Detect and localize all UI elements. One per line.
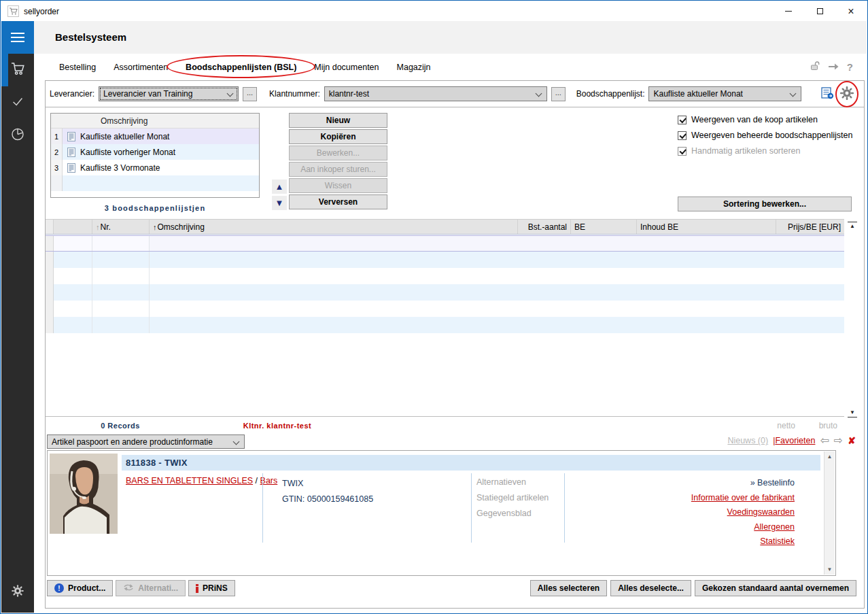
move-down-button[interactable]: ▼ (272, 196, 287, 210)
next-arrow-icon[interactable]: ⇨ (834, 435, 843, 446)
checkbox-weergeven-beheerde-lijsten[interactable]: Weergeven beheerde boodschappenlijsten (678, 131, 865, 140)
statistiek-link[interactable]: Statistiek (760, 536, 795, 546)
help-icon[interactable]: ? (847, 61, 853, 73)
table-row[interactable] (46, 284, 844, 301)
app-window: sellyorder × (0, 0, 868, 614)
footer-button-row: ! Product... Alternati... PRiNS Alles se… (46, 579, 864, 598)
product-title: 811838 - TWIX (126, 458, 188, 468)
articles-table-header: ↑Nr. ↑Omschrijving Bst.-aantal BE Inhoud… (46, 219, 844, 235)
customer-ref-label: Kltnr. klantnr-test (226, 422, 328, 430)
voedingswaarden-link[interactable]: Voedingswaarden (727, 507, 795, 517)
tab-bestelling[interactable]: Bestelling (50, 56, 105, 78)
column-header-inhoud-be[interactable]: Inhoud BE (637, 220, 776, 234)
product-name: TWIX (282, 476, 373, 492)
swap-arrows-icon (123, 583, 134, 594)
maximize-button[interactable] (804, 1, 835, 21)
filter-bar: Leverancier: Leverancier van Training ..… (46, 81, 864, 107)
column-header-nr[interactable]: ↑Nr. (92, 220, 150, 234)
category-link[interactable]: BARS EN TABLETTEN SINGLES (126, 476, 253, 485)
column-header-bst-aantal[interactable]: Bst.-aantal (518, 220, 571, 234)
aan-inkoper-sturen-button[interactable]: Aan inkoper sturen... (289, 162, 387, 177)
column-header-omschrijving[interactable]: ↑Omschrijving (150, 220, 518, 234)
statiegeld-link-disabled: Statiegeld artikelen (476, 490, 549, 506)
verversen-button[interactable]: Verversen (289, 194, 387, 209)
deselect-all-button[interactable]: Alles deselecte... (610, 580, 691, 596)
favorieten-link[interactable]: Favorieten (775, 436, 815, 445)
alternatieven-button[interactable]: Alternati... (116, 580, 186, 596)
table-empty-area (46, 333, 844, 417)
sidebar-item-cart[interactable] (1, 54, 34, 86)
sidebar-item-check[interactable] (1, 86, 34, 119)
checkbox-box[interactable] (678, 116, 687, 124)
list-item[interactable]: 1 Kaufliste aktueller Monat (51, 129, 259, 144)
fabrikant-info-link[interactable]: Informatie over de fabrikant (691, 493, 795, 502)
prins-button[interactable]: PRiNS (188, 580, 235, 596)
table-row[interactable] (46, 317, 844, 333)
goto-top-icon[interactable]: ▲ (848, 222, 857, 229)
window-title: sellyorder (24, 7, 59, 16)
netto-label: netto (765, 421, 795, 430)
sortering-bewerken-button[interactable]: Sortering bewerken... (678, 197, 852, 211)
unlock-icon[interactable] (810, 61, 820, 74)
scrollbar[interactable]: ▲ ▼ (824, 451, 835, 575)
sidebar-item-statistics[interactable] (1, 119, 34, 152)
status-row: 0 Records Kltnr. klantnr-test netto brut… (46, 419, 864, 433)
close-info-icon[interactable]: ✘ (848, 436, 856, 445)
checkmark-icon (10, 94, 25, 112)
checkbox-weergeven-koop-artikelen[interactable]: Weergeven van de koop artikelen (678, 115, 865, 124)
apply-default-amount-button[interactable]: Gekozen standaard aantal overnemen (695, 580, 856, 596)
pie-chart-icon (10, 126, 26, 145)
list-actions: Nieuw Kopiëren Bewerken... Aan inkoper s… (289, 113, 387, 211)
klantnummer-combobox[interactable]: klantnr-test (324, 86, 547, 101)
list-column-header[interactable]: Omschrijving (51, 114, 259, 129)
settings-gear-icon-toolbar[interactable] (839, 86, 854, 103)
scroll-down-icon[interactable]: ▼ (824, 564, 835, 575)
kopieren-button[interactable]: Kopiëren (289, 129, 387, 144)
klantnummer-browse-button[interactable]: ... (551, 87, 566, 101)
column-header-prijs[interactable]: Prijs/BE [EUR] (776, 220, 844, 234)
tab-magazijn[interactable]: Magazijn (388, 56, 440, 78)
bewerken-button[interactable]: Bewerken... (289, 146, 387, 160)
tab-mijn-documenten[interactable]: Mijn documenten (305, 56, 387, 78)
select-all-button[interactable]: Alles selecteren (530, 580, 607, 596)
close-button[interactable]: × (835, 1, 867, 21)
hamburger-menu-icon[interactable] (1, 21, 34, 54)
prev-arrow-icon[interactable]: ⇦ (820, 435, 829, 446)
goto-bottom-icon[interactable]: ▼ (848, 410, 857, 417)
document-icon (63, 148, 80, 157)
list-item[interactable]: 2 Kaufliste vorheriger Monat (51, 144, 259, 160)
allergenen-link[interactable]: Allergenen (754, 522, 795, 532)
nieuw-button[interactable]: Nieuw (289, 113, 387, 128)
leverancier-combobox[interactable]: Leverancier van Training (99, 86, 239, 101)
table-row[interactable] (46, 301, 844, 317)
titlebar: sellyorder × (1, 1, 867, 21)
record-count-label: 0 Records (76, 422, 164, 430)
leverancier-label: Leverancier: (50, 89, 94, 99)
table-row[interactable] (46, 235, 844, 252)
scroll-up-icon[interactable]: ▲ (824, 451, 835, 462)
divider (262, 473, 263, 543)
tab-boodschappenlijsten[interactable]: Boodschappenlijsten (BSL) (177, 56, 305, 78)
boodschappenlijst-label: Boodschappenlijst: (576, 89, 645, 99)
minimize-button[interactable] (773, 1, 804, 21)
list-item[interactable]: 3 Kaufliste 3 Vormonate (51, 160, 259, 175)
bestelinfo-link[interactable]: » Bestelinfo (750, 478, 795, 488)
settings-gear-icon (11, 584, 24, 600)
product-button[interactable]: ! Product... (47, 580, 113, 596)
column-header-be[interactable]: BE (571, 220, 637, 234)
productinfo-combobox[interactable]: Artikel paspoort en andere productinform… (47, 434, 245, 449)
table-row[interactable] (46, 252, 844, 268)
wissen-button[interactable]: Wissen (289, 178, 387, 193)
tab-assortimenten[interactable]: Assortimenten (105, 56, 177, 78)
boodschappenlijst-combobox[interactable]: Kaufliste aktueller Monat (648, 86, 801, 101)
table-row[interactable] (46, 268, 844, 284)
sidebar-item-settings[interactable] (1, 576, 34, 609)
leverancier-browse-button[interactable]: ... (243, 87, 257, 101)
nieuws-link[interactable]: Nieuws (0) (727, 436, 768, 445)
list-export-icon[interactable] (821, 87, 834, 101)
arrow-right-icon[interactable] (828, 61, 839, 73)
shopping-lists-table: Omschrijving 1 Kaufliste aktueller Monat… (50, 113, 260, 198)
klantnummer-label: Klantnummer: (269, 89, 320, 99)
checkbox-box[interactable] (678, 131, 687, 140)
move-up-button[interactable]: ▲ (272, 180, 287, 194)
